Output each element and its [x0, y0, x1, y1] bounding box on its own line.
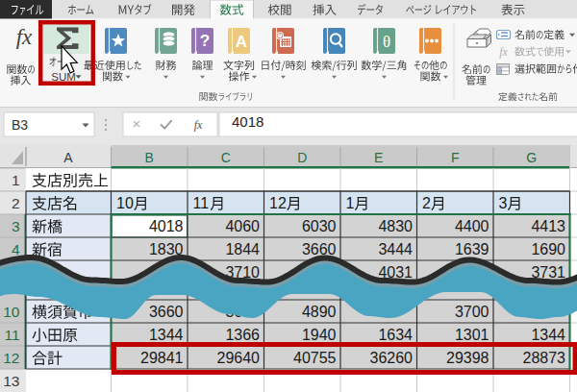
svg-text:4018: 4018	[232, 113, 263, 130]
svg-text:6030: 6030	[302, 218, 337, 234]
svg-text:?: ?	[200, 32, 210, 50]
svg-text:2: 2	[422, 195, 431, 211]
svg-text:36260: 36260	[370, 350, 414, 366]
svg-text:fx: fx	[499, 45, 508, 59]
svg-text:fx: fx	[194, 118, 203, 132]
svg-text:1690: 1690	[531, 241, 565, 257]
svg-text:10: 10	[116, 195, 134, 211]
svg-text:1: 1	[346, 195, 355, 211]
svg-text:11: 11	[4, 327, 19, 343]
svg-text:B3: B3	[12, 117, 28, 133]
svg-text:1344: 1344	[149, 327, 184, 343]
svg-text:3: 3	[499, 195, 508, 211]
svg-text:3444: 3444	[378, 241, 413, 257]
svg-text:29841: 29841	[140, 350, 184, 366]
svg-text:28873: 28873	[523, 350, 566, 366]
svg-text:D: D	[297, 150, 307, 165]
svg-text:4830: 4830	[378, 218, 413, 234]
svg-text:2: 2	[12, 195, 20, 211]
svg-text:1634: 1634	[378, 327, 413, 343]
svg-text:1301: 1301	[455, 327, 489, 343]
svg-text:3: 3	[12, 218, 20, 234]
svg-text:1: 1	[12, 172, 20, 188]
svg-text:×: ×	[133, 115, 141, 132]
svg-text:4890: 4890	[302, 304, 337, 320]
svg-text:1844: 1844	[225, 241, 260, 257]
svg-text:1639: 1639	[455, 241, 489, 257]
svg-text:3660: 3660	[149, 304, 184, 320]
svg-text:B: B	[145, 150, 154, 165]
svg-text:3700: 3700	[455, 304, 489, 320]
svg-text:E: E	[374, 150, 383, 165]
svg-text:θ: θ	[383, 33, 390, 51]
svg-text:10: 10	[3, 304, 20, 320]
svg-text:4: 4	[12, 241, 20, 257]
svg-text:G: G	[526, 150, 537, 165]
svg-text:4413: 4413	[531, 218, 565, 234]
svg-text:12: 12	[269, 195, 287, 211]
svg-text:4400: 4400	[455, 218, 489, 234]
svg-text:fx: fx	[16, 25, 33, 49]
svg-text:12: 12	[3, 350, 19, 366]
svg-text:40755: 40755	[293, 350, 337, 366]
svg-text:3660: 3660	[302, 241, 337, 257]
svg-text:F: F	[451, 150, 460, 165]
svg-text:A: A	[63, 150, 73, 165]
svg-text:1344: 1344	[531, 327, 565, 343]
svg-text:A: A	[236, 33, 247, 51]
svg-text:1940: 1940	[302, 327, 337, 343]
svg-text:4060: 4060	[225, 218, 260, 234]
svg-text:29398: 29398	[446, 350, 489, 366]
svg-text:13: 13	[3, 373, 19, 389]
svg-text:C: C	[221, 150, 231, 165]
svg-text:1366: 1366	[225, 327, 260, 343]
svg-text:11: 11	[193, 195, 210, 211]
svg-text:29640: 29640	[217, 350, 261, 366]
svg-text:4018: 4018	[149, 218, 184, 234]
